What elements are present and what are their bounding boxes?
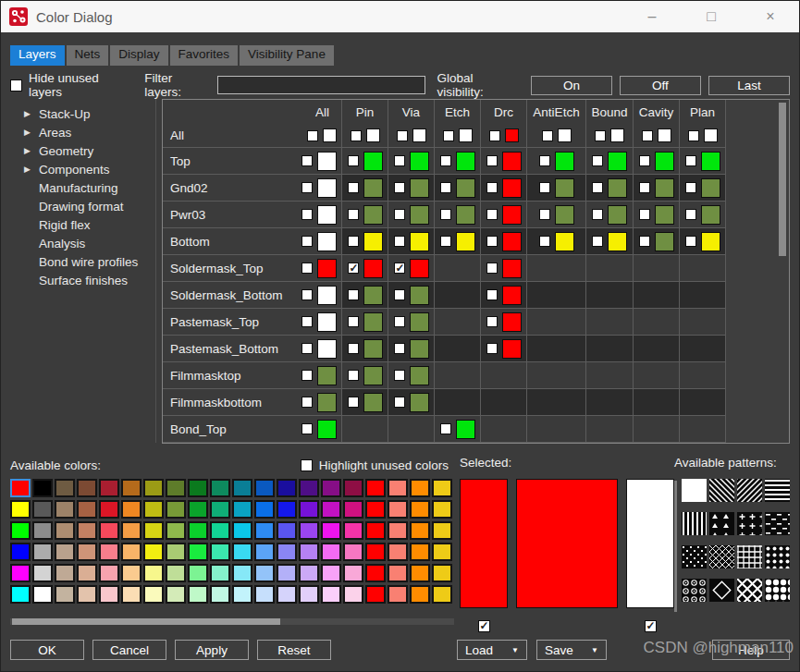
visibility-checkbox[interactable] [443, 130, 454, 141]
color-swatch[interactable] [502, 312, 522, 332]
color-swatch[interactable] [555, 232, 574, 251]
palette-color[interactable] [143, 500, 164, 519]
palette-color[interactable] [188, 564, 208, 582]
color-swatch[interactable] [363, 205, 383, 225]
color-swatch[interactable] [456, 205, 475, 225]
visibility-checkbox[interactable] [639, 236, 650, 247]
color-swatch[interactable] [505, 128, 519, 142]
visibility-checkbox[interactable] [397, 130, 408, 141]
selected-swatch-3[interactable] [626, 479, 674, 608]
palette-color[interactable] [343, 521, 363, 540]
visibility-checkbox[interactable] [348, 236, 359, 247]
color-swatch[interactable] [410, 205, 429, 225]
global-visibility-off-button[interactable]: Off [620, 76, 701, 95]
palette-color[interactable] [143, 543, 164, 561]
palette-color[interactable] [277, 585, 297, 604]
palette-color[interactable] [55, 479, 75, 497]
palette-color[interactable] [388, 479, 408, 497]
selected-swatch-checkbox[interactable] [478, 620, 490, 632]
tab-visibility-pane[interactable]: Visibility Pane [240, 45, 334, 66]
palette-color[interactable] [121, 543, 142, 561]
palette-color[interactable] [277, 479, 297, 497]
visibility-checkbox[interactable] [592, 182, 603, 193]
color-swatch[interactable] [701, 178, 720, 198]
color-swatch[interactable] [317, 312, 337, 332]
color-swatch[interactable] [610, 128, 624, 142]
palette-color[interactable] [10, 543, 31, 561]
color-swatch[interactable] [555, 205, 574, 225]
color-swatch[interactable] [317, 152, 337, 171]
expand-arrow-icon[interactable]: ▶ [24, 146, 39, 155]
color-swatch[interactable] [608, 205, 627, 225]
palette-color[interactable] [299, 585, 319, 604]
palette-color[interactable] [55, 543, 75, 561]
visibility-checkbox[interactable] [348, 316, 359, 327]
color-swatch[interactable] [363, 286, 383, 305]
visibility-checkbox[interactable] [486, 263, 498, 274]
palette-color[interactable] [232, 564, 252, 582]
color-swatch[interactable] [410, 232, 429, 251]
color-swatch[interactable] [410, 339, 429, 359]
palette-color[interactable] [277, 500, 297, 519]
color-swatch[interactable] [410, 286, 429, 305]
visibility-checkbox[interactable] [440, 182, 451, 193]
palette-color[interactable] [232, 500, 252, 519]
visibility-checkbox[interactable] [302, 423, 313, 434]
visibility-checkbox[interactable] [302, 397, 313, 408]
palette-color[interactable] [166, 500, 186, 519]
visibility-checkbox[interactable] [302, 263, 313, 274]
tree-item-analysis[interactable]: Analysis [10, 234, 155, 252]
palette-color[interactable] [121, 500, 142, 519]
palette-color[interactable] [10, 479, 31, 497]
palette-color[interactable] [32, 479, 53, 497]
visibility-checkbox[interactable] [302, 155, 313, 166]
color-swatch[interactable] [655, 205, 674, 225]
visibility-checkbox[interactable] [394, 397, 405, 408]
help-button[interactable]: Help [712, 640, 790, 660]
palette-color[interactable] [365, 500, 386, 519]
color-swatch[interactable] [456, 178, 475, 198]
color-swatch[interactable] [658, 128, 671, 142]
palette-color[interactable] [232, 585, 252, 604]
color-swatch[interactable] [456, 152, 475, 171]
color-swatch[interactable] [363, 232, 383, 251]
color-swatch[interactable] [412, 128, 426, 142]
visibility-checkbox[interactable] [685, 182, 696, 193]
color-swatch[interactable] [410, 259, 429, 278]
visibility-checkbox[interactable] [348, 182, 359, 193]
visibility-checkbox[interactable] [539, 182, 550, 193]
pattern-swatch-plus-signs[interactable] [737, 512, 762, 535]
palette-color[interactable] [365, 564, 386, 582]
visibility-checkbox[interactable] [348, 155, 359, 166]
color-swatch[interactable] [363, 178, 383, 198]
color-swatch[interactable] [558, 128, 572, 142]
palette-color[interactable] [10, 564, 31, 582]
palette-color[interactable] [188, 543, 208, 561]
visibility-checkbox[interactable] [302, 289, 313, 300]
color-swatch[interactable] [317, 232, 337, 251]
visibility-checkbox[interactable] [486, 343, 498, 354]
pattern-swatch-diamond-outline[interactable] [709, 579, 734, 602]
palette-color[interactable] [121, 479, 142, 497]
palette-color[interactable] [321, 585, 341, 604]
palette-color[interactable] [210, 585, 230, 604]
color-swatch[interactable] [608, 232, 627, 251]
tree-item-rigid-flex[interactable]: Rigid flex [10, 215, 155, 234]
pattern-swatch-diagonal-down[interactable] [709, 479, 734, 502]
tree-item-stack-up[interactable]: ▶Stack-Up [10, 104, 155, 123]
palette-color[interactable] [10, 585, 31, 604]
color-swatch[interactable] [410, 178, 429, 198]
tree-item-drawing-format[interactable]: Drawing format [10, 197, 155, 215]
global-visibility-on-button[interactable]: On [531, 76, 612, 95]
palette-color[interactable] [188, 521, 208, 540]
palette-color[interactable] [388, 585, 408, 604]
visibility-checkbox[interactable] [539, 236, 550, 247]
load-button[interactable]: Load ▼ [457, 640, 527, 660]
color-swatch[interactable] [502, 152, 522, 171]
color-swatch[interactable] [459, 128, 473, 142]
visibility-checkbox[interactable] [348, 263, 359, 274]
palette-color[interactable] [143, 585, 164, 604]
maximize-icon[interactable]: □ [697, 8, 725, 25]
visibility-checkbox[interactable] [489, 130, 500, 141]
palette-color[interactable] [210, 479, 230, 497]
